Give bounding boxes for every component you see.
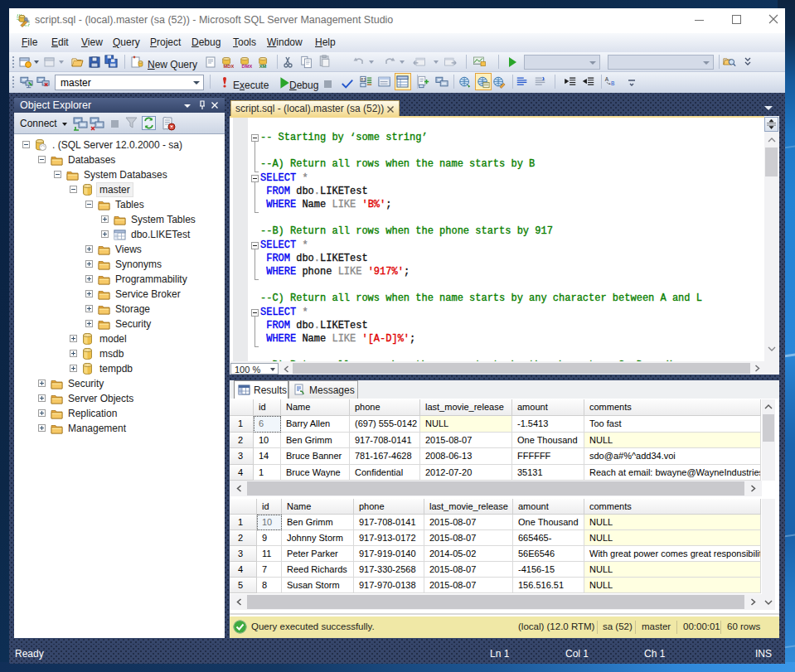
- svg-text:XM: XM: [259, 64, 267, 69]
- svg-text:B: B: [611, 80, 615, 86]
- svg-text:83: 83: [361, 77, 366, 82]
- svg-text:A: A: [605, 76, 609, 82]
- svg-text:DMX: DMX: [242, 64, 252, 69]
- svg-text:MDX: MDX: [224, 64, 234, 69]
